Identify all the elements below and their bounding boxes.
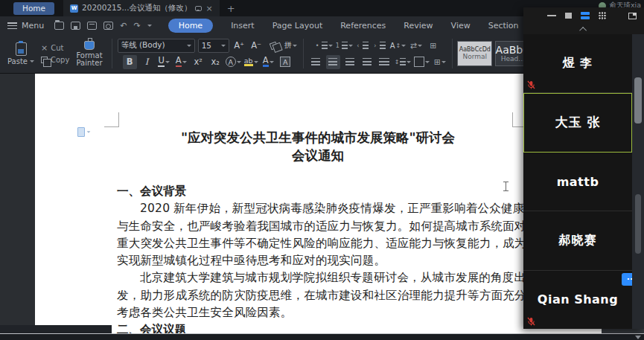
panel-scrollbar[interactable] <box>632 34 644 329</box>
participant-name: mattb <box>557 175 599 189</box>
open-file-icon[interactable] <box>54 22 64 30</box>
tab-home[interactable]: Home <box>168 19 213 33</box>
redo-icon[interactable]: ↷ <box>133 21 140 31</box>
participant-tile[interactable]: mattb <box>523 153 632 211</box>
doc-line: 北京建筑大学建筑与城市规划学院拟组织专题研讨会，从城市发展的角度出 <box>117 269 519 286</box>
increase-indent-button[interactable]: › <box>373 39 387 53</box>
cut-icon: × <box>41 43 48 53</box>
document-tab[interactable]: W 20200215...会议通知（修改） × <box>63 0 220 16</box>
enclose-characters-button[interactable]: A <box>226 55 241 69</box>
character-spacing-button[interactable]: ⇄ <box>409 39 423 53</box>
participant-tile-active-speaker[interactable]: 大玉 张 <box>523 93 632 152</box>
participant-name: Qian Shang <box>538 292 618 307</box>
panel-scrollbar-thumb[interactable] <box>634 77 642 124</box>
margin-crop-mark-left <box>104 112 119 127</box>
clipboard-group: Paste × Cut Copy Format Painter <box>0 34 110 73</box>
style-normal[interactable]: AaBbCcDd Normal <box>457 41 492 66</box>
paste-button[interactable]: Paste <box>4 42 38 65</box>
superscript-button[interactable]: x² <box>191 55 205 69</box>
align-left-button[interactable] <box>309 55 323 69</box>
panel-scrollbar-track-mark <box>635 194 641 254</box>
chevron-up-icon <box>579 26 587 33</box>
copy-button[interactable]: Copy <box>41 56 69 64</box>
muted-mic-icon <box>527 317 535 326</box>
doc-line: 与生命安全，也严峻考验着我国城市的适应力与恢复力。如何提高城市系统面对 <box>117 218 519 235</box>
character-scale-button[interactable]: A↕ <box>390 39 407 53</box>
app-window: Home W 20200215...会议通知（修改） × + 俞天琦xia Me… <box>0 0 644 340</box>
grow-font-button[interactable]: A⁺ <box>232 39 246 53</box>
pinyin-guide-button[interactable]: 拼 <box>284 39 298 53</box>
participant-tile[interactable]: 煜 李 <box>523 34 632 93</box>
format-painter-button[interactable]: Format Painter <box>72 41 106 67</box>
save-icon[interactable] <box>71 22 80 30</box>
collapse-panel-button[interactable] <box>523 24 644 34</box>
participant-tile[interactable]: 郝晓赛 <box>523 211 632 270</box>
comment-bubble-icon[interactable] <box>195 6 202 11</box>
participant-tile[interactable]: Qian Shang ... <box>523 271 632 329</box>
bullet-list-button[interactable]: • <box>316 39 333 53</box>
borders-button[interactable]: ⊞ <box>433 55 447 69</box>
tab-view[interactable]: View <box>451 21 471 31</box>
tab-insert[interactable]: Insert <box>231 21 255 31</box>
paragraph-group: • 1 ‹ › A↕ ⇄ ⊞ ↕ ⊞ <box>305 34 451 73</box>
print-preview-icon[interactable] <box>103 22 113 30</box>
tab-references[interactable]: References <box>340 21 386 31</box>
document-page[interactable]: "应对突发公共卫生事件的城市发展策略"研讨会 会议通知 一、会议背景 2020 … <box>35 74 602 333</box>
undo-icon[interactable]: ↶ <box>120 21 127 31</box>
new-tab-button[interactable]: + <box>227 3 235 14</box>
speaker-view-icon[interactable] <box>565 13 572 19</box>
writer-file-icon: W <box>70 4 78 13</box>
align-right-button[interactable] <box>343 55 357 69</box>
document-tab-title: 20200215...会议通知（修改） <box>82 3 191 13</box>
font-color-button[interactable]: A <box>261 55 275 69</box>
paste-dropdown-icon[interactable] <box>30 60 34 62</box>
format-painter-icon <box>84 41 95 50</box>
hamburger-menu-icon[interactable] <box>7 22 17 29</box>
decrease-indent-button[interactable]: ‹ <box>356 39 370 53</box>
bold-button[interactable]: B <box>123 55 137 69</box>
quick-access-dropdown-icon[interactable] <box>147 25 152 27</box>
highlight-button[interactable]: ab <box>244 55 258 69</box>
print-icon[interactable] <box>87 22 97 30</box>
paste-options-widget[interactable] <box>77 127 91 137</box>
insert-table-button[interactable]: ⊞ <box>426 39 440 53</box>
tab-page-layout[interactable]: Page Layout <box>272 21 323 31</box>
font-name-select[interactable]: 等线 (Body) <box>118 39 195 53</box>
close-tab-icon[interactable]: × <box>205 4 212 13</box>
strip-view-icon[interactable] <box>581 12 590 19</box>
statusbar-left-segment <box>0 325 112 333</box>
distribute-button[interactable] <box>377 55 392 69</box>
tab-section[interactable]: Section <box>488 21 519 31</box>
home-tab-button[interactable]: Home <box>13 2 54 15</box>
shading-button[interactable] <box>414 55 430 69</box>
muted-mic-icon <box>527 80 535 89</box>
doc-line: 重大突发公共卫生事件等不确定性风险的响应能力、适应能力与恢复能力，成为 <box>117 235 519 252</box>
strikethrough-button[interactable]: A <box>174 55 188 69</box>
scrollbar-down-icon[interactable] <box>635 336 641 339</box>
doc-section2-heading: 二、会议议题 <box>117 321 519 333</box>
gallery-view-icon[interactable] <box>599 12 606 19</box>
minimize-panel-icon[interactable] <box>547 15 556 17</box>
doc-title-line1: "应对突发公共卫生事件的城市发展策略"研讨会 <box>117 129 519 147</box>
video-conference-panel[interactable]: 煜 李 大玉 张 mattb 郝晓赛 Qian Shang ... <box>523 7 644 329</box>
underline-button[interactable]: U <box>157 55 171 69</box>
tab-review[interactable]: Review <box>404 21 433 31</box>
popout-panel-icon[interactable] <box>628 13 637 19</box>
clear-format-button[interactable] <box>267 39 281 53</box>
menu-button[interactable]: Menu <box>22 21 44 31</box>
video-panel-header <box>523 7 644 34</box>
numbered-list-button[interactable]: 1 <box>336 39 353 53</box>
align-center-button[interactable] <box>326 55 340 69</box>
italic-button[interactable]: I <box>140 55 154 69</box>
shrink-font-button[interactable]: A⁻ <box>249 39 264 53</box>
character-border-button[interactable]: A <box>278 55 293 69</box>
justify-button[interactable] <box>360 55 374 69</box>
doc-line: 发，助力形成系统的防灾防疫思维，在城市建设和社区治理能力提升等方面充分 <box>117 287 519 304</box>
cut-button[interactable]: × Cut <box>41 43 69 53</box>
paste-options-icon <box>77 127 85 137</box>
line-spacing-button[interactable]: ↕ <box>395 55 412 69</box>
subscript-button[interactable]: x₂ <box>208 55 223 69</box>
copy-icon <box>41 57 48 63</box>
document-text[interactable]: "应对突发公共卫生事件的城市发展策略"研讨会 会议通知 一、会议背景 2020 … <box>117 129 519 333</box>
font-size-select[interactable]: 15 <box>198 39 229 53</box>
